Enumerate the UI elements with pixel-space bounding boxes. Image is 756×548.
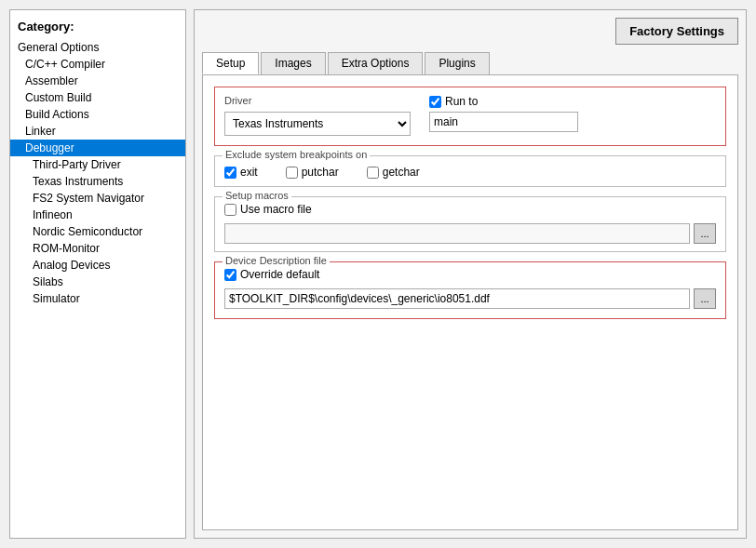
content-area: Driver Texas Instruments Nordic Semicond… — [202, 74, 738, 530]
nav-item-custom-build[interactable]: Custom Build — [10, 89, 185, 106]
factory-settings-button[interactable]: Factory Settings — [615, 18, 738, 45]
override-label: Override default — [240, 268, 319, 281]
tabs-bar: Setup Images Extra Options Plugins — [202, 52, 738, 74]
exclude-label: Exclude system breakpoints on — [223, 149, 370, 160]
putchar-row: putchar — [286, 166, 339, 179]
main-container: Category: General OptionsC/C++ CompilerA… — [0, 0, 756, 548]
run-to-label: Run to — [445, 95, 478, 108]
macro-input-row: ... — [224, 223, 716, 244]
override-row: Override default — [224, 268, 716, 281]
nav-item-c-cpp-compiler[interactable]: C/C++ Compiler — [10, 56, 185, 73]
nav-item-assembler[interactable]: Assembler — [10, 73, 185, 89]
driver-right: Run to — [429, 95, 578, 132]
nav-item-texas-instruments[interactable]: Texas Instruments — [10, 173, 185, 190]
tab-images[interactable]: Images — [261, 52, 325, 74]
exclude-section: Exclude system breakpoints on exit putch… — [214, 155, 726, 187]
right-panel: Factory Settings Setup Images Extra Opti… — [194, 9, 747, 539]
device-section: Device Description file Override default… — [214, 261, 726, 319]
device-path-input[interactable] — [224, 288, 690, 309]
driver-left: Driver Texas Instruments Nordic Semicond… — [224, 95, 411, 136]
run-to-checkbox[interactable] — [429, 96, 441, 108]
run-to-row: Run to — [429, 95, 578, 108]
use-macro-label: Use macro file — [240, 203, 312, 216]
nav-item-silabs[interactable]: Silabs — [10, 274, 185, 290]
exclude-checkboxes-row: exit putchar getchar — [224, 166, 716, 179]
driver-select[interactable]: Texas Instruments Nordic Semiconductor J… — [224, 112, 411, 136]
getchar-label: getchar — [383, 166, 420, 179]
exit-label: exit — [240, 166, 258, 179]
override-checkbox[interactable] — [224, 269, 236, 281]
nav-item-general-options[interactable]: General Options — [10, 39, 185, 56]
tab-plugins[interactable]: Plugins — [425, 52, 489, 74]
nav-item-debugger[interactable]: Debugger — [10, 140, 185, 156]
driver-label: Driver — [224, 95, 411, 106]
header-bar: Factory Settings — [202, 18, 738, 45]
nav-item-infineon[interactable]: Infineon — [10, 207, 185, 223]
run-to-input[interactable] — [429, 112, 578, 132]
tab-extra-options[interactable]: Extra Options — [328, 52, 424, 74]
macro-section-label: Setup macros — [223, 190, 291, 201]
exit-row: exit — [224, 166, 258, 179]
device-section-label: Device Description file — [223, 255, 330, 266]
nav-item-fs2-system-navigator[interactable]: FS2 System Navigator — [10, 190, 185, 207]
macro-browse-button[interactable]: ... — [694, 223, 716, 244]
device-input-row: ... — [224, 288, 716, 309]
nav-item-linker[interactable]: Linker — [10, 123, 185, 140]
use-macro-checkbox[interactable] — [224, 204, 236, 216]
putchar-checkbox[interactable] — [286, 167, 298, 179]
macro-path-input[interactable] — [224, 223, 690, 244]
nav-item-third-party-driver[interactable]: Third-Party Driver — [10, 156, 185, 173]
putchar-label: putchar — [302, 166, 339, 179]
macro-section: Setup macros Use macro file ... — [214, 196, 726, 252]
nav-list: General OptionsC/C++ CompilerAssemblerCu… — [10, 39, 185, 307]
left-panel: Category: General OptionsC/C++ CompilerA… — [9, 9, 186, 539]
use-macro-row: Use macro file — [224, 203, 716, 216]
getchar-checkbox[interactable] — [367, 167, 379, 179]
exit-checkbox[interactable] — [224, 167, 236, 179]
driver-section: Driver Texas Instruments Nordic Semicond… — [214, 87, 726, 146]
nav-item-simulator[interactable]: Simulator — [10, 290, 185, 307]
nav-item-analog-devices[interactable]: Analog Devices — [10, 257, 185, 274]
tab-setup[interactable]: Setup — [202, 52, 259, 74]
nav-item-nordic-semiconductor[interactable]: Nordic Semiconductor — [10, 223, 185, 240]
nav-item-rom-monitor[interactable]: ROM-Monitor — [10, 240, 185, 257]
nav-item-build-actions[interactable]: Build Actions — [10, 106, 185, 123]
getchar-row: getchar — [367, 166, 420, 179]
device-browse-button[interactable]: ... — [694, 288, 716, 309]
category-label: Category: — [10, 16, 185, 39]
